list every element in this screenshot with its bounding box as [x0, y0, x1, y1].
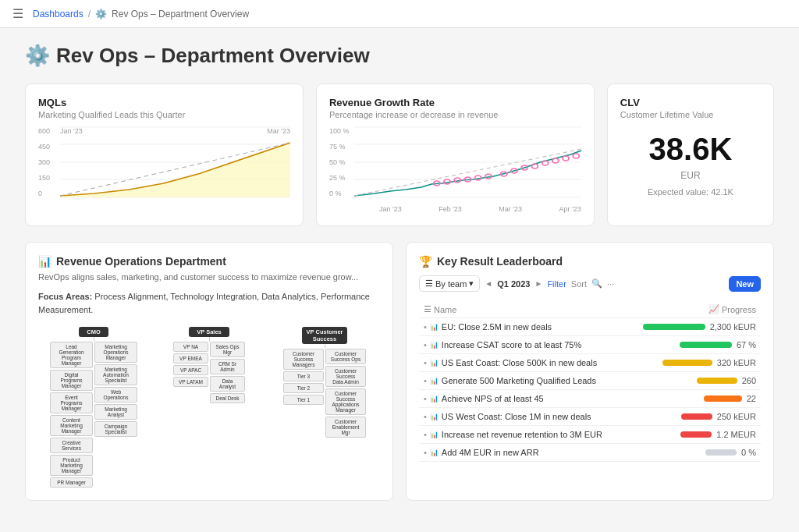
progress-value: 320 kEUR	[717, 358, 756, 367]
search-icon[interactable]: 🔍	[591, 278, 602, 289]
more-options-button[interactable]: ···	[607, 279, 614, 289]
row-name: US East Coast: Close 500K in new deals	[442, 358, 597, 367]
progress-bar	[705, 449, 737, 456]
revenue-chart: 100 %75 %50 %25 %0 %	[329, 127, 581, 213]
progress-bar	[643, 324, 705, 330]
table-row[interactable]: • 📊 Add 4M EUR in new ARR 0 %	[419, 444, 761, 462]
row-progress-cell: 250 kEUR	[626, 408, 761, 426]
breadcrumb-home[interactable]: Dashboards	[33, 9, 83, 20]
table-row[interactable]: • 📊 Increase net revenue retention to 3M…	[419, 426, 761, 444]
mql-subtitle: Marketing Qualified Leads this Quarter	[38, 110, 290, 119]
breadcrumb-icon: ⚙️	[95, 9, 107, 20]
revenue-ops-title: 📊 Revenue Operations Department	[38, 255, 380, 268]
leaderboard-card: 🏆 Key Result Leaderboard ☰ By team ▾ ◄ Q…	[406, 242, 774, 501]
clv-card: CLV Customer Lifetime Value 38.6K EUR Ex…	[607, 83, 774, 226]
revenue-title: Revenue Growth Rate	[329, 97, 581, 108]
progress-value: 0 %	[741, 448, 756, 457]
row-icon: 📊	[430, 323, 439, 331]
row-name: Achieve NPS of at least 45	[442, 394, 544, 403]
row-bullet: •	[424, 340, 427, 349]
quarter-label: Q1 2023	[497, 279, 530, 289]
progress-value: 67 %	[737, 340, 756, 349]
bottom-section: 📊 Revenue Operations Department RevOps a…	[25, 242, 774, 501]
rev-plot	[354, 127, 581, 197]
prev-quarter-button[interactable]: ◄	[485, 279, 492, 288]
table-row[interactable]: • 📊 Generate 500 Marketing Qualified Lea…	[419, 372, 761, 390]
row-name-cell: • 📊 US East Coast: Close 500K in new dea…	[419, 354, 626, 372]
progress-value: 260	[742, 376, 756, 385]
filter-button[interactable]: Filter	[547, 279, 566, 289]
row-progress-cell: 2,300 kEUR	[626, 318, 761, 336]
new-button[interactable]: New	[729, 276, 761, 292]
row-icon: 📊	[430, 395, 439, 403]
col-name-header: ☰ Name	[419, 301, 626, 318]
row-name-cell: • 📊 Increase net revenue retention to 3M…	[419, 426, 626, 444]
revenue-ops-icon: 📊	[38, 255, 51, 268]
table-row[interactable]: • 📊 Increase CSAT score to at least 75% …	[419, 336, 761, 354]
row-bullet: •	[424, 358, 427, 367]
row-bullet: •	[424, 412, 427, 421]
row-progress-cell: 1.2 MEUR	[626, 426, 761, 444]
focus-areas: Focus Areas: Process Alignment, Technolo…	[38, 290, 380, 317]
row-name-cell: • 📊 EU: Close 2.5M in new deals	[419, 318, 626, 336]
row-bullet: •	[424, 394, 427, 403]
clv-subtitle: Customer Lifetime Value	[620, 110, 761, 119]
clv-value: 38.6K	[620, 132, 761, 167]
progress-bar	[680, 431, 712, 438]
revenue-subtitle: Percentage increase or decrease in reven…	[329, 110, 581, 119]
mql-chart: 6004503001500	[38, 127, 290, 213]
row-name: US West Coast: Close 1M in new deals	[442, 412, 591, 421]
progress-value: 22	[747, 394, 756, 403]
rev-x-labels: Jan '23Feb '23Mar '23Apr '23	[354, 205, 581, 213]
org-chart: CMO Lead GenerationProgram Manager Digit…	[38, 327, 380, 488]
next-quarter-button[interactable]: ►	[534, 279, 542, 288]
progress-bar	[680, 342, 732, 348]
leaderboard-title: 🏆 Key Result Leaderboard	[419, 255, 761, 268]
row-name-cell: • 📊 Generate 500 Marketing Qualified Lea…	[419, 372, 626, 390]
row-icon: 📊	[430, 359, 439, 367]
table-row[interactable]: • 📊 EU: Close 2.5M in new deals 2,300 kE…	[419, 318, 761, 336]
svg-point-25	[563, 156, 569, 161]
leaderboard-table: ☰ Name 📈 Progress	[419, 301, 761, 462]
menu-icon[interactable]: ☰	[12, 6, 23, 21]
by-team-dropdown[interactable]: ☰ By team ▾	[419, 275, 480, 292]
svg-line-12	[354, 149, 581, 196]
row-icon: 📊	[430, 431, 439, 438]
row-name: Generate 500 Marketing Qualified Leads	[442, 376, 596, 385]
row-name: Increase CSAT score to at least 75%	[442, 340, 581, 349]
row-bullet: •	[424, 376, 427, 385]
table-row[interactable]: • 📊 Achieve NPS of at least 45 22	[419, 390, 761, 408]
leaderboard-toolbar: ☰ By team ▾ ◄ Q1 2023 ► Filter Sort 🔍 ··…	[419, 275, 761, 292]
row-icon: 📊	[430, 413, 439, 420]
progress-bar	[662, 360, 712, 366]
revenue-ops-desc: RevOps aligns sales, marketing, and cust…	[38, 271, 380, 284]
name-sort-icon: ☰	[424, 304, 431, 314]
svg-point-26	[573, 154, 579, 158]
row-name: EU: Close 2.5M in new deals	[442, 322, 552, 332]
breadcrumb-separator: /	[88, 9, 91, 20]
clv-currency: EUR	[620, 170, 761, 181]
progress-value: 250 kEUR	[717, 412, 756, 421]
revenue-ops-card: 📊 Revenue Operations Department RevOps a…	[25, 242, 393, 501]
row-bullet: •	[424, 448, 427, 457]
progress-bar	[697, 378, 737, 384]
table-row[interactable]: • 📊 US West Coast: Close 1M in new deals…	[419, 408, 761, 426]
row-name: Add 4M EUR in new ARR	[442, 448, 539, 457]
row-name-cell: • 📊 US West Coast: Close 1M in new deals	[419, 408, 626, 426]
sort-button[interactable]: Sort	[571, 279, 587, 289]
row-progress-cell: 320 kEUR	[626, 354, 761, 372]
svg-marker-5	[60, 143, 290, 197]
row-icon: 📊	[430, 449, 439, 456]
row-name: Increase net revenue retention to 3M EUR	[442, 430, 602, 439]
mql-title: MQLs	[38, 97, 290, 108]
row-icon: 📊	[430, 377, 439, 385]
by-team-icon: ☰	[425, 278, 433, 289]
top-bar: ☰ Dashboards / ⚙️ Rev Ops – Department O…	[0, 0, 799, 28]
row-bullet: •	[424, 322, 427, 332]
table-row[interactable]: • 📊 US East Coast: Close 500K in new dea…	[419, 354, 761, 372]
mql-y-labels: 6004503001500	[38, 127, 58, 197]
revenue-card: Revenue Growth Rate Percentage increase …	[316, 83, 595, 226]
breadcrumb-current: Rev Ops – Department Overview	[112, 9, 249, 20]
progress-chart-icon: 📈	[708, 304, 719, 314]
row-icon: 📊	[430, 341, 439, 349]
